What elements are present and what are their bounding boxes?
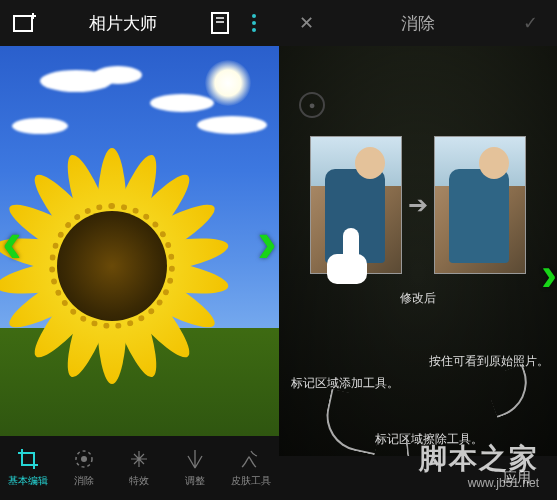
close-button[interactable]: ✕ [289,6,323,40]
tool-label: 基本编辑 [8,474,48,488]
tool-label: 皮肤工具 [231,474,271,488]
tutorial-canvas: ● ➔ 修改后 › 标记区域添加工具。 标记区域擦除工具。 按住可看到原始照片。… [279,46,557,500]
svg-rect-1 [212,13,228,33]
arrow-right-icon: ➔ [408,191,428,219]
tip-hold-original: 按住可看到原始照片。 [429,353,549,370]
save-icon[interactable] [203,6,237,40]
editor-screen: 相片大师 [0,0,279,500]
app-title: 相片大师 [42,12,203,35]
header: ✕ 消除 ✓ [279,0,557,46]
svg-rect-0 [14,16,32,31]
menu-icon[interactable] [237,6,271,40]
sparkle-icon [128,448,150,470]
add-frame-icon[interactable] [8,6,42,40]
tip-add-tool: 标记区域添加工具。 [291,375,399,392]
confirm-button[interactable]: ✓ [513,6,547,40]
photo-subject [0,136,242,396]
after-thumbnail [434,136,526,274]
header: 相片大师 [0,0,279,46]
crop-icon [17,448,39,470]
erase-icon [73,448,95,470]
tool-label: 特效 [129,474,149,488]
tool-adjust[interactable]: 调整 [167,436,223,500]
tool-label: 消除 [74,474,94,488]
next-photo-button[interactable]: › [257,207,277,276]
tool-remove[interactable]: 消除 [56,436,112,500]
tune-icon [184,448,206,470]
remove-tutorial-screen: ✕ 消除 ✓ ● ➔ 修改后 › 标记区域添加工具。 标记区域擦除工具。 按住可… [279,0,557,500]
touch-hand-icon [315,226,375,286]
prev-photo-button[interactable]: ‹ [2,207,22,276]
after-label: 修改后 [400,290,436,307]
tool-label: 调整 [185,474,205,488]
bottom-bar: 应用 [279,456,557,500]
tool-skin[interactable]: 皮肤工具 [223,436,279,500]
bottom-toolbar: 基本编辑 消除 特效 调整 皮肤工具 [0,436,279,500]
next-tip-button[interactable]: › [541,246,557,301]
skin-icon [240,448,262,470]
tool-effects[interactable]: 特效 [112,436,168,500]
svg-point-3 [81,456,87,462]
circle-badge-icon: ● [299,92,325,118]
tool-basic-edit[interactable]: 基本编辑 [0,436,56,500]
screen-title: 消除 [323,12,513,35]
apply-button[interactable]: 应用 [493,465,541,491]
photo-canvas[interactable]: ‹ › [0,46,279,436]
